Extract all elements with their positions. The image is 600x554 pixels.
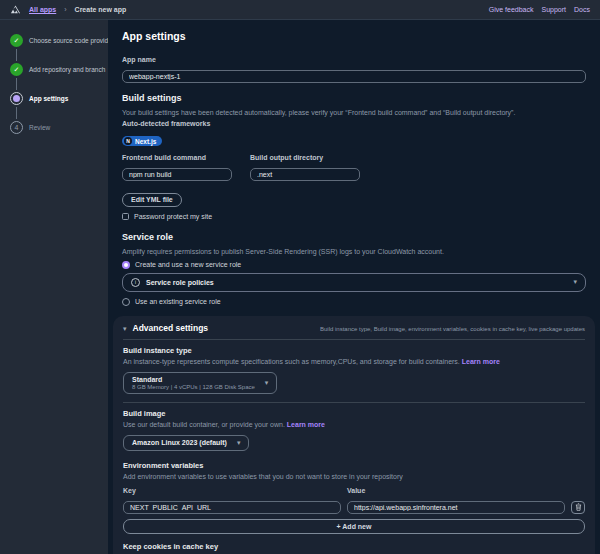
step-choose-source[interactable]: ✓ Choose source code provider bbox=[10, 34, 108, 47]
service-role-description: Amplify requires permissions to publish … bbox=[122, 248, 586, 255]
service-role-title: Service role bbox=[122, 232, 586, 242]
build-instance-selected: Standard bbox=[132, 376, 255, 383]
frameworks-label: Auto-detected frameworks bbox=[122, 120, 586, 127]
breadcrumb-all-apps[interactable]: All apps bbox=[29, 6, 56, 13]
existing-service-role-option[interactable]: Use an existing service role bbox=[122, 298, 586, 306]
advanced-settings-panel: ▾ Advanced settings Build instance type,… bbox=[113, 316, 595, 554]
radio-selected-icon[interactable] bbox=[122, 261, 130, 269]
step-number: 4 bbox=[10, 121, 23, 134]
top-bar: All apps › Create new app Give feedback … bbox=[0, 0, 600, 20]
env-key-input[interactable] bbox=[123, 501, 341, 514]
environment-variables-title: Environment variables bbox=[123, 461, 585, 470]
build-image-title: Build image bbox=[123, 409, 585, 418]
build-instance-selected-detail: 8 GB Memory | 4 vCPUs | 128 GB Disk Spac… bbox=[132, 384, 255, 390]
build-output-directory-label: Build output directory bbox=[250, 154, 360, 161]
breadcrumb-separator-icon: › bbox=[64, 6, 66, 13]
divider bbox=[123, 339, 585, 340]
existing-service-role-label: Use an existing service role bbox=[135, 298, 221, 305]
step-label: App settings bbox=[29, 95, 68, 102]
step-label: Review bbox=[29, 124, 50, 131]
advanced-settings-title: Advanced settings bbox=[133, 323, 209, 333]
frontend-build-command-label: Frontend build command bbox=[122, 154, 232, 161]
policies-info-icon: i bbox=[131, 278, 140, 287]
step-current-icon bbox=[10, 92, 23, 105]
env-value-label: Value bbox=[347, 487, 565, 494]
add-env-variable-label: Add new bbox=[342, 523, 371, 530]
keep-cookies-title: Keep cookies in cache key bbox=[123, 542, 585, 551]
build-image-select[interactable]: Amazon Linux 2023 (default) ▾ bbox=[123, 435, 249, 451]
app-name-label: App name bbox=[122, 56, 586, 63]
chevron-down-icon: ▾ bbox=[265, 379, 269, 387]
edit-yml-button[interactable]: Edit YML file bbox=[122, 193, 182, 207]
password-protect-row[interactable]: Password protect my site bbox=[122, 213, 586, 220]
password-protect-checkbox[interactable] bbox=[122, 213, 129, 220]
step-complete-icon: ✓ bbox=[10, 63, 23, 76]
step-connector bbox=[16, 78, 17, 90]
frontend-build-command-input[interactable] bbox=[122, 168, 232, 181]
environment-variable-row: Key Value bbox=[123, 483, 585, 514]
build-instance-description-text: An instance-type represents compute spec… bbox=[123, 358, 460, 365]
build-output-directory-input[interactable] bbox=[250, 168, 360, 181]
amplify-create-app-page: All apps › Create new app Give feedback … bbox=[0, 0, 600, 554]
chevron-down-icon: ▾ bbox=[237, 439, 241, 447]
delete-env-variable-button[interactable] bbox=[571, 501, 585, 514]
build-instance-description: An instance-type represents compute spec… bbox=[123, 358, 585, 365]
step-app-settings[interactable]: App settings bbox=[10, 92, 108, 105]
build-image-selected: Amazon Linux 2023 (default) bbox=[132, 439, 227, 446]
env-key-label: Key bbox=[123, 487, 341, 494]
give-feedback-link[interactable]: Give feedback bbox=[489, 6, 534, 13]
step-review[interactable]: 4 Review bbox=[10, 121, 108, 134]
radio-unselected-icon[interactable] bbox=[122, 298, 130, 306]
main-content: App settings App name Build settings You… bbox=[108, 20, 600, 554]
build-settings-description: Your build settings have been detected a… bbox=[122, 109, 586, 116]
environment-variables-description: Add environment variables to use variabl… bbox=[123, 473, 585, 480]
password-protect-label: Password protect my site bbox=[134, 213, 212, 220]
step-complete-icon: ✓ bbox=[10, 34, 23, 47]
docs-link[interactable]: Docs bbox=[574, 6, 590, 13]
add-env-variable-button[interactable]: + Add new bbox=[123, 519, 585, 534]
step-label: Add repository and branch bbox=[29, 66, 105, 73]
caret-expanded-icon: ▾ bbox=[123, 325, 127, 333]
advanced-settings-header[interactable]: ▾ Advanced settings Build instance type,… bbox=[123, 323, 585, 333]
build-image-description-text: Use our default build container, or prov… bbox=[123, 421, 285, 428]
build-instance-select[interactable]: Standard 8 GB Memory | 4 vCPUs | 128 GB … bbox=[123, 372, 277, 394]
service-role-policies-expander[interactable]: i Service role policies ▾ bbox=[122, 273, 586, 292]
new-service-role-label: Create and use a new service role bbox=[135, 261, 241, 268]
breadcrumb-current: Create new app bbox=[75, 6, 127, 13]
build-instance-learn-more-link[interactable]: Learn more bbox=[462, 358, 500, 365]
trash-icon bbox=[575, 503, 582, 511]
build-image-learn-more-link[interactable]: Learn more bbox=[287, 421, 325, 428]
app-name-input[interactable] bbox=[122, 70, 586, 83]
chevron-down-icon: ▾ bbox=[573, 278, 577, 286]
step-connector bbox=[16, 107, 17, 119]
plus-icon: + bbox=[337, 523, 341, 530]
wizard-steps-sidebar: ✓ Choose source code provider ✓ Add repo… bbox=[0, 20, 108, 554]
advanced-settings-summary: Build instance type, Build image, enviro… bbox=[214, 326, 585, 332]
divider bbox=[123, 402, 585, 403]
build-instance-title: Build instance type bbox=[123, 346, 585, 355]
nextjs-logo-icon: N bbox=[124, 137, 132, 145]
page-title: App settings bbox=[122, 30, 586, 42]
env-value-input[interactable] bbox=[347, 501, 565, 514]
amplify-logo-icon bbox=[10, 4, 21, 15]
policies-label: Service role policies bbox=[146, 279, 567, 286]
step-connector bbox=[16, 49, 17, 61]
build-settings-title: Build settings bbox=[122, 93, 586, 103]
nextjs-badge-label: Next.js bbox=[135, 138, 156, 145]
step-add-repository[interactable]: ✓ Add repository and branch bbox=[10, 63, 108, 76]
step-label: Choose source code provider bbox=[29, 37, 114, 44]
nextjs-badge: N Next.js bbox=[122, 136, 162, 146]
new-service-role-option[interactable]: Create and use a new service role bbox=[122, 261, 586, 269]
support-link[interactable]: Support bbox=[542, 6, 567, 13]
build-image-description: Use our default build container, or prov… bbox=[123, 421, 585, 428]
